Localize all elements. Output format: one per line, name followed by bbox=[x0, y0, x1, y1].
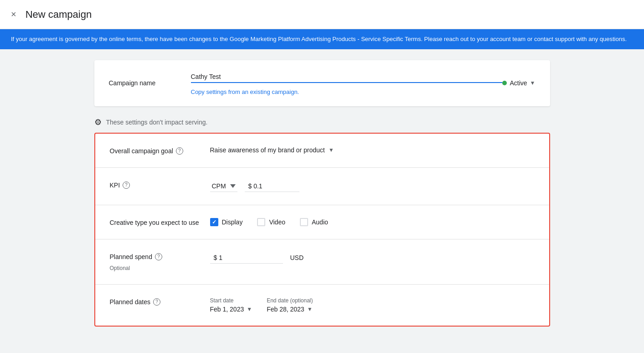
end-date-dropdown[interactable]: Feb 28, 2023 ▼ bbox=[267, 306, 313, 313]
kpi-control: CPM CPC CPA CTR bbox=[210, 181, 535, 192]
kpi-value-input[interactable] bbox=[245, 181, 299, 192]
chevron-down-icon: ▼ bbox=[247, 306, 252, 312]
creative-type-label: Creative type you expect to use bbox=[110, 218, 210, 226]
creative-type-control: ✓ Display Video Audio bbox=[210, 218, 535, 226]
checkbox-video-box bbox=[257, 218, 265, 226]
help-icon-spend[interactable]: ? bbox=[155, 253, 162, 260]
help-icon-goal[interactable]: ? bbox=[176, 147, 183, 155]
checkbox-audio[interactable]: Audio bbox=[300, 218, 328, 226]
checkbox-display-label: Display bbox=[222, 218, 243, 226]
close-icon: × bbox=[11, 9, 16, 20]
overall-goal-label: Overall campaign goal ? bbox=[110, 146, 210, 155]
planned-spend-input[interactable] bbox=[210, 252, 283, 264]
status-dot bbox=[502, 81, 507, 85]
checkbox-video-label: Video bbox=[269, 218, 285, 226]
start-date-dropdown[interactable]: Feb 1, 2023 ▼ bbox=[210, 306, 252, 313]
end-date-label: End date (optional) bbox=[267, 297, 313, 304]
header: × New campaign bbox=[0, 0, 644, 29]
settings-notice-text: These settings don't impact serving. bbox=[106, 119, 208, 126]
status-label: Active bbox=[510, 79, 527, 87]
main-content: Campaign name Copy settings from an exis… bbox=[0, 49, 644, 337]
planned-dates-row: Planned dates ? Start date Feb 1, 2023 ▼… bbox=[95, 285, 549, 326]
close-button[interactable]: × bbox=[11, 9, 16, 20]
checkbox-audio-box bbox=[300, 218, 308, 226]
help-icon-kpi[interactable]: ? bbox=[123, 182, 130, 189]
checkbox-display[interactable]: ✓ Display bbox=[210, 218, 243, 226]
planned-dates-label: Planned dates ? bbox=[110, 297, 210, 306]
campaign-name-card: Campaign name Copy settings from an exis… bbox=[94, 60, 550, 106]
end-date-group: End date (optional) Feb 28, 2023 ▼ bbox=[267, 297, 313, 313]
planned-dates-control: Start date Feb 1, 2023 ▼ End date (optio… bbox=[210, 297, 535, 313]
start-date-label: Start date bbox=[210, 297, 252, 304]
creative-type-label-wrap: Creative type you expect to use bbox=[110, 218, 210, 226]
chevron-down-icon: ▼ bbox=[329, 147, 334, 153]
help-icon-dates[interactable]: ? bbox=[153, 298, 160, 306]
campaign-name-input-area: Copy settings from an existing campaign. bbox=[191, 71, 503, 95]
checkbox-video[interactable]: Video bbox=[257, 218, 285, 226]
campaign-name-label: Campaign name bbox=[109, 79, 191, 87]
chevron-down-icon: ▼ bbox=[307, 306, 313, 312]
currency-label: USD bbox=[290, 254, 304, 261]
creative-type-row: Creative type you expect to use ✓ Displa… bbox=[95, 205, 549, 239]
banner-text: If your agreement is governed by the onl… bbox=[11, 36, 627, 42]
goal-dropdown-control: Raise awareness of my brand or product ▼ bbox=[210, 146, 535, 154]
status-dropdown[interactable]: Active ▼ bbox=[502, 79, 535, 87]
start-date-value: Feb 1, 2023 bbox=[210, 306, 244, 313]
checkbox-audio-label: Audio bbox=[312, 218, 328, 226]
page-title: New campaign bbox=[26, 9, 92, 21]
goal-dropdown[interactable]: Raise awareness of my brand or product ▼ bbox=[210, 146, 334, 154]
campaign-goal-card: Overall campaign goal ? Raise awareness … bbox=[94, 133, 550, 327]
planned-spend-sublabel: Optional bbox=[110, 265, 130, 271]
checkbox-display-box: ✓ bbox=[210, 218, 218, 226]
kpi-label: KPI ? bbox=[110, 181, 210, 189]
goal-value: Raise awareness of my brand or product bbox=[210, 146, 325, 154]
planned-spend-row: Planned spend ? Optional USD bbox=[95, 239, 549, 285]
start-date-group: Start date Feb 1, 2023 ▼ bbox=[210, 297, 252, 313]
planned-spend-label: Planned spend ? Optional bbox=[110, 252, 210, 271]
gear-icon: ⚙ bbox=[94, 117, 102, 127]
copy-settings-link[interactable]: Copy settings from an existing campaign. bbox=[191, 88, 503, 95]
kpi-row: KPI ? CPM CPC CPA CTR bbox=[95, 168, 549, 205]
notification-banner: If your agreement is governed by the onl… bbox=[0, 29, 644, 49]
planned-spend-label-wrap: Planned spend ? Optional bbox=[110, 252, 210, 271]
planned-spend-control: USD bbox=[210, 252, 535, 264]
campaign-name-input[interactable] bbox=[191, 71, 503, 83]
settings-notice: ⚙ These settings don't impact serving. bbox=[94, 117, 550, 127]
end-date-value: Feb 28, 2023 bbox=[267, 306, 304, 313]
checkbox-group: ✓ Display Video Audio bbox=[210, 218, 328, 226]
checkmark-icon: ✓ bbox=[212, 219, 216, 225]
chevron-down-icon: ▼ bbox=[530, 80, 536, 86]
overall-goal-row: Overall campaign goal ? Raise awareness … bbox=[95, 134, 549, 168]
kpi-select[interactable]: CPM CPC CPA CTR bbox=[210, 181, 237, 192]
